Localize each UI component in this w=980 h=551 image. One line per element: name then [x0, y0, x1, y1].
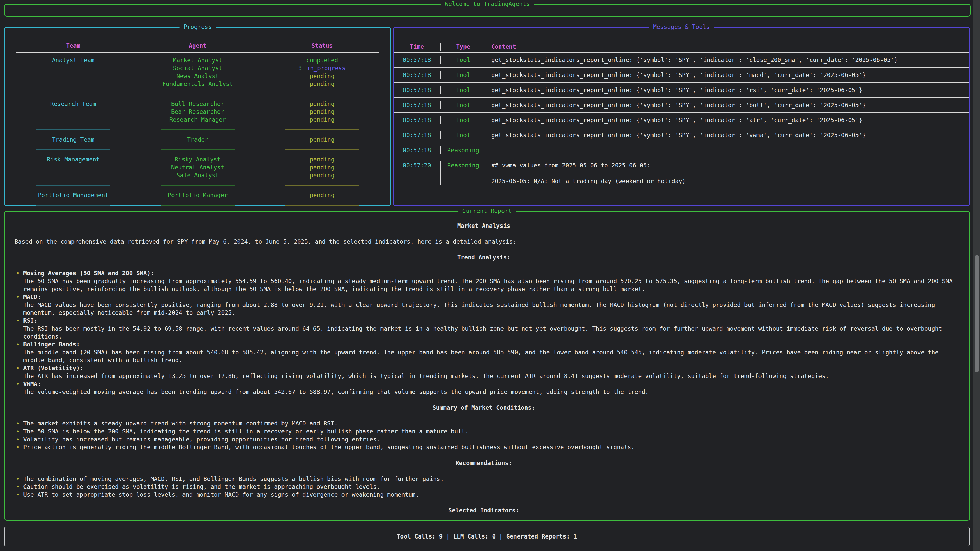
type-cell: Tool [441, 131, 486, 139]
bullet-icon: • [14, 491, 23, 499]
messages-row: 00:57:18Toolget_stockstats_indicators_re… [393, 53, 969, 68]
bullet-title: VWMA: [23, 380, 649, 388]
progress-row: Bear Researcherpending [11, 108, 384, 116]
group-separator [11, 179, 384, 191]
content-cell: get_stockstats_indicators_report_online:… [486, 86, 969, 94]
type-cell: Reasoning [441, 162, 486, 185]
report-bullet: •Caution should be exercised as volatili… [14, 483, 953, 491]
time-cell: 00:57:18 [393, 71, 441, 79]
type-cell: Reasoning [441, 146, 486, 154]
status-label: pending [310, 164, 334, 171]
progress-panel-title: Progress [180, 23, 216, 31]
messages-table-header: Time Type Content [393, 41, 969, 53]
type-cell: Tool [441, 101, 486, 109]
agent-cell: Bull Researcher [135, 100, 260, 108]
bullet-text: The combination of moving averages, MACD… [23, 475, 444, 483]
status-cell: pending [260, 156, 384, 164]
status-cell: pending [260, 171, 384, 179]
time-cell: 00:57:18 [393, 56, 441, 64]
column-header-content: Content [486, 43, 969, 51]
status-cell: pending [260, 72, 384, 80]
status-cell: ⠇in_progress [260, 64, 384, 72]
report-bullet: •The market exhibits a steady upward tre… [14, 420, 953, 427]
progress-table: Team Agent Status Analyst TeamMarket Ana… [5, 27, 390, 211]
team-cell [11, 116, 135, 124]
progress-row: Social Analyst⠇in_progress [11, 64, 384, 72]
team-cell: Risk Management [11, 156, 135, 164]
time-cell: 00:57:18 [393, 86, 441, 94]
report-bullet: •The combination of moving averages, MAC… [14, 475, 953, 483]
terminal-screen: Welcome to TradingAgents Progress Team A… [0, 0, 980, 551]
time-cell: 00:57:20 [393, 162, 441, 185]
type-cell: Tool [441, 56, 486, 64]
report-heading: Recommendations: [14, 459, 953, 467]
bullet-text: The middle band (20 SMA) has been rising… [23, 348, 953, 364]
header-rule [16, 52, 379, 53]
status-label: pending [310, 108, 334, 115]
status-cell: pending [260, 136, 384, 144]
status-cell: pending [260, 191, 384, 199]
content-cell [486, 146, 969, 154]
team-cell [11, 80, 135, 88]
status-label: pending [310, 156, 334, 163]
bullet-text: The ATR has increased from approximately… [23, 372, 829, 380]
bullet-title: RSI: [23, 317, 953, 325]
stats-bar: Tool Calls: 9 | LLM Calls: 6 | Generated… [4, 527, 969, 546]
column-header-status: Status [260, 42, 384, 50]
group-separator [11, 144, 384, 156]
welcome-banner-title: Welcome to TradingAgents [441, 0, 534, 8]
content-cell: get_stockstats_indicators_report_online:… [486, 71, 969, 79]
scrollbar-track[interactable] [974, 0, 980, 551]
bullet-icon: • [14, 475, 23, 483]
report-bullet: •Bollinger Bands:The middle band (20 SMA… [14, 341, 953, 364]
bullet-title: Bollinger Bands: [23, 341, 953, 348]
report-bullet: •MACD:The MACD values have been consiste… [14, 293, 953, 317]
bullet-icon: • [14, 380, 23, 396]
group-separator [11, 124, 384, 136]
report-bullet: •RSI:The RSI has been mostly in the 54.9… [14, 317, 953, 341]
agent-cell: Risky Analyst [135, 156, 260, 164]
time-cell: 00:57:18 [393, 146, 441, 154]
messages-panel: Messages & Tools Time Type Content 00:57… [393, 27, 970, 206]
bullet-icon: • [14, 317, 23, 341]
progress-row: Research Managerpending [11, 116, 384, 124]
status-cell: pending [260, 80, 384, 88]
stats-bar-text: Tool Calls: 9 | LLM Calls: 6 | Generated… [396, 533, 577, 540]
status-label: pending [310, 100, 334, 107]
content-cell: get_stockstats_indicators_report_online:… [486, 116, 969, 124]
progress-row: Trading TeamTraderpending [11, 136, 384, 144]
report-bullet-list: •Moving Averages (50 SMA and 200 SMA):Th… [14, 269, 953, 396]
content-cell: ## vwma values from 2025-05-06 to 2025-0… [486, 162, 969, 185]
team-cell [11, 72, 135, 80]
messages-table: Time Type Content 00:57:18Toolget_stocks… [393, 41, 969, 189]
bullet-text: Caution should be exercised as volatilit… [23, 483, 380, 491]
bullet-text: The MACD values have been consistently p… [23, 301, 953, 317]
bullet-icon: • [14, 483, 23, 491]
agent-cell: Safe Analyst [135, 171, 260, 179]
bullet-text: The volume-weighted moving average has b… [23, 388, 649, 396]
bullet-text: The 50 SMA is below the 200 SMA, indicat… [23, 427, 469, 435]
messages-row: 00:57:18Toolget_stockstats_indicators_re… [393, 68, 969, 83]
progress-row: Research TeamBull Researcherpending [11, 100, 384, 108]
agent-cell: Bear Researcher [135, 108, 260, 116]
time-cell: 00:57:18 [393, 101, 441, 109]
status-label: pending [310, 116, 334, 123]
agent-cell: Fundamentals Analyst [135, 80, 260, 88]
progress-row: Neutral Analystpending [11, 164, 384, 171]
messages-row: 00:57:18Toolget_stockstats_indicators_re… [393, 113, 969, 128]
status-label: pending [310, 136, 334, 143]
type-cell: Tool [441, 116, 486, 124]
team-cell [11, 108, 135, 116]
agent-cell: News Analyst [135, 72, 260, 80]
status-cell: completed [260, 56, 384, 64]
report-body: Market AnalysisBased on the comprehensiv… [5, 212, 969, 514]
team-cell: Trading Team [11, 136, 135, 144]
type-cell: Tool [441, 71, 486, 79]
status-label: pending [310, 81, 334, 87]
bullet-text: Use ATR to set appropriate stop-loss lev… [23, 491, 419, 499]
scrollbar-thumb[interactable] [975, 255, 979, 372]
time-cell: 00:57:18 [393, 131, 441, 139]
team-cell: Analyst Team [11, 56, 135, 64]
progress-row: Portfolio ManagementPortfolio Managerpen… [11, 191, 384, 199]
report-bullet: •Use ATR to set appropriate stop-loss le… [14, 491, 953, 499]
